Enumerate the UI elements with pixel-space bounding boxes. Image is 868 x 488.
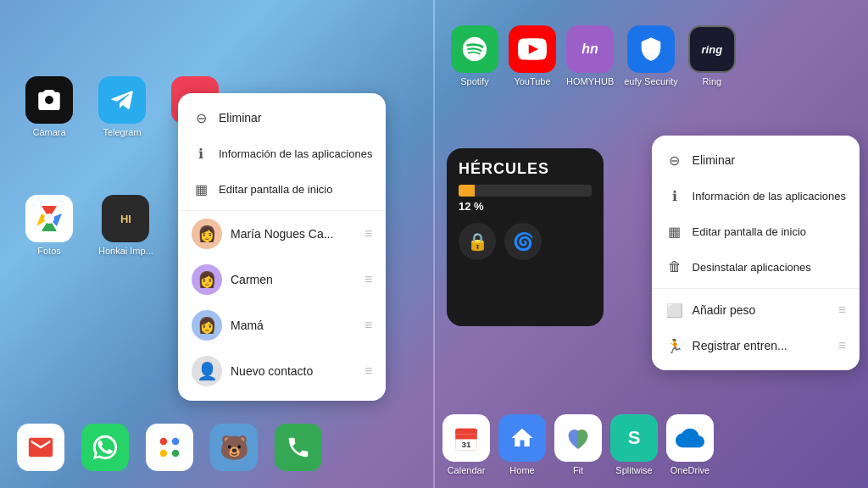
left-panel: Cámara Telegram P Pock... bbox=[0, 0, 434, 488]
contact-avatar-2: 👩 bbox=[192, 264, 222, 295]
grid-icon: ▦ bbox=[192, 180, 210, 198]
camera-label: Cámara bbox=[32, 127, 65, 137]
honkai-label: Honkai Imp... bbox=[98, 246, 153, 256]
ring-icon: ring bbox=[688, 25, 736, 73]
fotos-app[interactable]: Fotos bbox=[25, 195, 73, 256]
onedrive-icon bbox=[666, 414, 714, 462]
minus-circle-icon: ⊖ bbox=[192, 108, 210, 127]
right-menu-peso[interactable]: ⬜ Añadir peso ≡ bbox=[652, 292, 860, 328]
menu-divider bbox=[652, 288, 860, 289]
fan-button[interactable]: 🌀 bbox=[504, 223, 542, 260]
contact-item-3[interactable]: 👩 Mamá ≡ bbox=[178, 302, 386, 348]
calendar-dock[interactable]: 31 Calendar bbox=[442, 414, 490, 475]
battery-bar bbox=[459, 185, 592, 197]
contacts-section: 👩 María Nogues Ca... ≡ 👩 Carmen ≡ 👩 Mamá… bbox=[178, 210, 386, 394]
info-icon: ℹ bbox=[192, 144, 210, 163]
camera-app[interactable]: Cámara bbox=[25, 76, 73, 137]
home-label: Home bbox=[509, 465, 534, 475]
drag-handle-1: ≡ bbox=[364, 226, 372, 241]
gmail-icon bbox=[17, 424, 64, 471]
svg-rect-8 bbox=[455, 435, 477, 440]
drag-handle-2: ≡ bbox=[364, 272, 372, 287]
minus-circle-icon-r: ⊖ bbox=[665, 151, 684, 169]
grid-icon-r: ▦ bbox=[665, 222, 684, 241]
eufy-app[interactable]: eufy Security bbox=[624, 25, 678, 86]
fit-icon bbox=[554, 414, 602, 462]
phone-dock[interactable] bbox=[275, 424, 322, 471]
contact-item-2[interactable]: 👩 Carmen ≡ bbox=[178, 257, 386, 302]
run-icon: 🏃 bbox=[665, 336, 684, 355]
widget-buttons: 🔒 🌀 bbox=[459, 223, 592, 260]
calendar-label: Calendar bbox=[448, 465, 486, 475]
left-menu-editar[interactable]: ▦ Editar pantalla de inicio bbox=[178, 171, 386, 207]
new-contact-item[interactable]: 👤 Nuevo contacto ≡ bbox=[178, 348, 386, 394]
drag-handle-run: ≡ bbox=[838, 338, 846, 353]
trash-icon: 🗑 bbox=[665, 258, 684, 276]
add-contact-icon: 👤 bbox=[192, 356, 222, 386]
eufy-label: eufy Security bbox=[624, 76, 678, 86]
battery-label: 12 % bbox=[459, 200, 592, 213]
left-context-menu: ⊖ Eliminar ℹ Información de las aplicaci… bbox=[178, 93, 386, 401]
right-panel: My Daua Fasionclui. Dieta Xiaomi Ho... Z… bbox=[434, 0, 868, 488]
fotos-icon bbox=[25, 195, 73, 242]
right-menu-editar[interactable]: ▦ Editar pantalla de inicio bbox=[652, 214, 860, 249]
splitwise-icon: S bbox=[610, 414, 658, 462]
eufy-icon bbox=[627, 25, 675, 73]
youtube-icon bbox=[509, 25, 556, 73]
spotify-icon bbox=[451, 25, 498, 73]
lock-button[interactable]: 🔒 bbox=[459, 223, 496, 260]
youtube-app[interactable]: YouTube bbox=[509, 25, 556, 86]
telegram-label: Telegram bbox=[103, 127, 141, 137]
honkai-app[interactable]: HI Honkai Imp... bbox=[98, 195, 153, 256]
fit-dock[interactable]: Fit bbox=[554, 414, 602, 475]
left-menu-eliminar[interactable]: ⊖ Eliminar bbox=[178, 100, 386, 136]
left-menu-info[interactable]: ℹ Información de las aplicaciones bbox=[178, 136, 386, 171]
spotify-label: Spotify bbox=[460, 76, 489, 86]
camera-icon bbox=[25, 76, 73, 124]
home-dock[interactable]: Home bbox=[498, 414, 546, 475]
fit-label: Fit bbox=[573, 465, 583, 475]
multi-dock[interactable] bbox=[146, 424, 193, 471]
gmail-dock[interactable] bbox=[17, 424, 64, 471]
svg-point-2 bbox=[172, 438, 180, 446]
bear-icon: 🐻 bbox=[210, 424, 258, 471]
contact-item-1[interactable]: 👩 María Nogues Ca... ≡ bbox=[178, 211, 386, 257]
svg-point-0 bbox=[44, 214, 54, 224]
hercules-widget: HÉRCULES 12 % 🔒 🌀 bbox=[447, 148, 604, 326]
contact-avatar-3: 👩 bbox=[192, 310, 222, 341]
svg-point-1 bbox=[160, 438, 168, 446]
right-menu-eliminar[interactable]: ⊖ Eliminar bbox=[652, 142, 860, 178]
right-top-apps: Spotify YouTube hn HOMYHUB eufy Security… bbox=[451, 25, 860, 86]
honkai-icon: HI bbox=[102, 195, 149, 242]
bear-dock[interactable]: 🐻 bbox=[210, 424, 258, 471]
telegram-app[interactable]: Telegram bbox=[98, 76, 146, 137]
youtube-label: YouTube bbox=[514, 76, 550, 86]
weight-icon: ⬜ bbox=[665, 301, 684, 319]
splitwise-label: Splitwise bbox=[615, 465, 652, 475]
splitwise-dock[interactable]: S Splitwise bbox=[610, 414, 658, 475]
right-context-menu-container: ⊖ Eliminar ℹ Información de las aplicaci… bbox=[652, 136, 860, 370]
spotify-app[interactable]: Spotify bbox=[451, 25, 498, 86]
homyhub-app[interactable]: hn HOMYHUB bbox=[566, 25, 614, 86]
left-menu-popup: ⊖ Eliminar ℹ Información de las aplicaci… bbox=[178, 93, 386, 401]
svg-text:31: 31 bbox=[461, 440, 471, 449]
ring-app[interactable]: ring Ring bbox=[688, 25, 736, 86]
ring-label: Ring bbox=[703, 76, 722, 86]
right-menu-info[interactable]: ℹ Información de las aplicaciones bbox=[652, 178, 860, 214]
onedrive-dock[interactable]: OneDrive bbox=[666, 414, 714, 475]
left-mid-apps: Fotos HI Honkai Imp... bbox=[25, 195, 153, 256]
drag-handle-4: ≡ bbox=[364, 363, 372, 379]
telegram-icon bbox=[98, 76, 146, 124]
left-dock: 🐻 bbox=[17, 424, 322, 471]
calendar-icon: 31 bbox=[442, 414, 490, 462]
homyhub-label: HOMYHUB bbox=[566, 76, 614, 86]
info-icon-r: ℹ bbox=[665, 186, 684, 205]
right-menu-registrar[interactable]: 🏃 Registrar entren... ≡ bbox=[652, 328, 860, 363]
whatsapp-dock[interactable] bbox=[81, 424, 129, 471]
homyhub-icon: hn bbox=[566, 25, 614, 73]
multi-icon bbox=[146, 424, 193, 471]
whatsapp-icon bbox=[81, 424, 129, 471]
svg-point-3 bbox=[160, 450, 168, 458]
home-icon bbox=[498, 414, 546, 462]
right-menu-desinstalar[interactable]: 🗑 Desinstalar aplicaciones bbox=[652, 249, 860, 285]
